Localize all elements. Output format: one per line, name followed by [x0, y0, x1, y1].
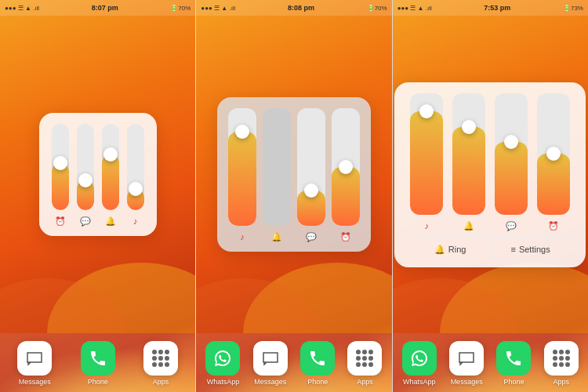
bell-icon-3: 🔔 — [452, 221, 485, 231]
dock-messages-2[interactable]: Messages — [253, 341, 288, 386]
settings-button[interactable]: ≡ Settings — [491, 241, 571, 258]
dots-grid-1 — [152, 350, 169, 367]
alarm-icon-3: ⏰ — [537, 221, 570, 231]
widget-area-1: ⏰ 💬 🔔 ♪ — [8, 24, 187, 325]
music-icon-2: ♪ — [228, 232, 256, 242]
slider-2[interactable] — [77, 124, 94, 210]
screen-content-1: ⏰ 💬 🔔 ♪ — [0, 16, 195, 333]
bell-icon-2: 🔔 — [263, 232, 291, 242]
phone-icon-1[interactable] — [81, 341, 115, 376]
settings-label: Settings — [519, 245, 550, 254]
chat-icon-2: 💬 — [297, 232, 325, 242]
dock-whatsapp-2[interactable]: WhatsApp — [205, 341, 240, 386]
sliders-row-3 — [410, 93, 570, 215]
time-1: 8:07 pm — [92, 4, 118, 12]
screen-content-2: ♪ 🔔 💬 ⏰ — [196, 16, 391, 333]
messages-icon-1[interactable] — [17, 341, 52, 376]
apps-icon-1[interactable] — [143, 341, 178, 376]
widget-area-2: ♪ 🔔 💬 ⏰ — [204, 24, 383, 325]
slider-3[interactable] — [102, 124, 119, 210]
status-icons-3: ●●● ☰ ▲ .ıll — [397, 5, 432, 12]
slider-4[interactable] — [127, 124, 144, 210]
slider-s2-2[interactable] — [263, 108, 291, 226]
messages-icon-3[interactable] — [449, 341, 484, 376]
whatsapp-label-3: WhatsApp — [403, 378, 436, 386]
phone-label-1: Phone — [88, 378, 108, 386]
dots-grid-3 — [553, 350, 570, 367]
settings-icon: ≡ — [510, 245, 515, 254]
ring-label: Ring — [448, 245, 466, 254]
icon-row-2: ♪ 🔔 💬 ⏰ — [228, 232, 360, 242]
dots-grid-2 — [356, 350, 373, 367]
dock-phone-1[interactable]: Phone — [81, 341, 115, 386]
status-bar-2: ●●● ☰ ▲ .ıll 8:08 pm 🔋70% — [196, 0, 391, 16]
whatsapp-icon-2[interactable] — [205, 341, 240, 376]
dock-3: WhatsApp Messages Phone — [393, 333, 588, 392]
music-icon-3: ♪ — [410, 221, 443, 231]
phone-screen-2: ●●● ☰ ▲ .ıll 8:08 pm 🔋70% — [196, 0, 392, 392]
slider-s3-2[interactable] — [452, 93, 485, 215]
slider-s3-4[interactable] — [537, 93, 570, 215]
volume-widget-2: ♪ 🔔 💬 ⏰ — [217, 97, 371, 252]
slider-s3-3[interactable] — [495, 93, 528, 215]
volume-widget-3: ♪ 🔔 💬 ⏰ 🔔 Ring ≡ Settings — [394, 82, 586, 267]
ring-button[interactable]: 🔔 Ring — [410, 241, 491, 258]
status-bar-3: ●●● ☰ ▲ .ıll 7:53 pm 🔋73% — [393, 0, 588, 16]
battery-1: 🔋70% — [170, 5, 191, 12]
sliders-row-1 — [52, 124, 144, 210]
time-3: 7:53 pm — [484, 4, 510, 12]
alarm-icon-2: ⏰ — [332, 232, 360, 242]
apps-icon-3[interactable] — [544, 341, 579, 376]
screen-content-3: ♪ 🔔 💬 ⏰ 🔔 Ring ≡ Settings — [393, 16, 588, 333]
battery-3: 🔋73% — [563, 5, 583, 12]
phone-label-2: Phone — [307, 378, 328, 386]
slider-s2-4[interactable] — [332, 108, 360, 226]
slider-s3-1[interactable] — [410, 93, 443, 215]
dock-2: WhatsApp Messages Phone — [196, 333, 391, 392]
chat-icon-3: 💬 — [495, 221, 528, 231]
phone-icon-2[interactable] — [300, 341, 335, 376]
status-icons-1: ●●● ☰ ▲ .ıll — [5, 5, 39, 12]
apps-label-3: Apps — [554, 378, 570, 386]
settings-row: 🔔 Ring ≡ Settings — [410, 236, 570, 258]
dock-whatsapp-3[interactable]: WhatsApp — [402, 341, 437, 386]
icon-row-3: ♪ 🔔 💬 ⏰ — [410, 221, 570, 231]
apps-label-2: Apps — [357, 378, 373, 386]
dock-1: Messages Phone Apps — [0, 333, 195, 392]
phone-screen-1: ●●● ☰ ▲ .ıll 8:07 pm 🔋70% — [0, 0, 196, 392]
status-bar-1: ●●● ☰ ▲ .ıll 8:07 pm 🔋70% — [0, 0, 195, 16]
slider-s2-1[interactable] — [228, 108, 256, 226]
messages-label-1: Messages — [19, 378, 51, 386]
slider-1[interactable] — [52, 124, 69, 210]
time-2: 8:08 pm — [288, 4, 314, 12]
messages-label-2: Messages — [254, 378, 286, 386]
volume-widget-1: ⏰ 💬 🔔 ♪ — [39, 113, 157, 236]
messages-icon-2[interactable] — [253, 341, 288, 376]
dock-apps-3[interactable]: Apps — [544, 341, 579, 386]
messages-label-3: Messages — [451, 378, 483, 386]
dock-phone-2[interactable]: Phone — [300, 341, 335, 386]
status-icons-2: ●●● ☰ ▲ .ıll — [201, 5, 235, 12]
dock-apps-2[interactable]: Apps — [347, 341, 382, 386]
alarm-icon-1: ⏰ — [52, 216, 69, 227]
ring-icon: 🔔 — [434, 245, 445, 255]
whatsapp-icon-3[interactable] — [402, 341, 437, 376]
icon-row-1: ⏰ 💬 🔔 ♪ — [52, 216, 144, 227]
slider-s2-3[interactable] — [297, 108, 325, 226]
sliders-row-2 — [228, 108, 360, 226]
apps-icon-2[interactable] — [347, 341, 382, 376]
phone-label-3: Phone — [503, 378, 524, 386]
dock-messages-1[interactable]: Messages — [17, 341, 52, 386]
battery-2: 🔋70% — [367, 5, 387, 12]
dock-apps-1[interactable]: Apps — [143, 341, 178, 386]
bell-icon-1: 🔔 — [102, 216, 119, 227]
apps-label-1: Apps — [153, 378, 169, 386]
chat-icon-1: 💬 — [77, 216, 94, 227]
whatsapp-label-2: WhatsApp — [207, 378, 240, 386]
phone-icon-3[interactable] — [496, 341, 531, 376]
dock-phone-3[interactable]: Phone — [496, 341, 531, 386]
phone-screen-3: ●●● ☰ ▲ .ıll 7:53 pm 🔋73% — [393, 0, 588, 392]
dock-messages-3[interactable]: Messages — [449, 341, 484, 386]
music-icon-1: ♪ — [127, 216, 144, 227]
widget-area-3: ♪ 🔔 💬 ⏰ 🔔 Ring ≡ Settings — [401, 24, 580, 325]
